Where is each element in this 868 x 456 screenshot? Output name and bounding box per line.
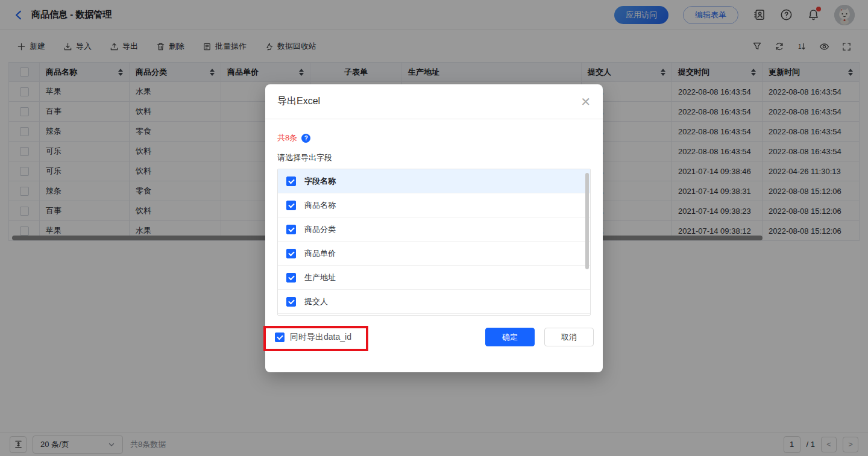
close-icon[interactable]: ✕: [580, 96, 591, 108]
field-list-item[interactable]: 商品分类: [278, 217, 590, 242]
field-checkbox[interactable]: [286, 273, 296, 283]
field-label: 商品单价: [304, 248, 336, 259]
modal-body: 共8条 ? 请选择导出字段 字段名称商品名称商品分类商品单价生产地址提交人: [265, 133, 603, 316]
field-checkbox[interactable]: [286, 297, 296, 307]
data-id-checkbox[interactable]: [275, 333, 285, 342]
modal-title: 导出Excel: [277, 95, 320, 108]
export-count-row: 共8条 ?: [277, 133, 591, 143]
field-list-item[interactable]: 生产地址: [278, 266, 590, 290]
data-id-label: 同时导出data_id: [290, 332, 351, 343]
field-checkbox[interactable]: [286, 249, 296, 258]
field-list-item[interactable]: 商品单价: [278, 242, 590, 266]
field-label: 商品名称: [304, 200, 336, 211]
modal-action-row: 同时导出data_id 确定 取消: [265, 328, 603, 346]
field-checkbox[interactable]: [286, 176, 296, 186]
confirm-button[interactable]: 确定: [485, 328, 535, 346]
modal-header: 导出Excel ✕: [265, 84, 603, 119]
field-label: 字段名称: [304, 176, 336, 187]
field-list-item[interactable]: 提交人: [278, 290, 590, 314]
help-icon[interactable]: ?: [301, 134, 310, 143]
field-list-select-all-row[interactable]: 字段名称: [278, 169, 590, 193]
vertical-scrollbar[interactable]: [585, 173, 589, 269]
field-label: 商品分类: [304, 224, 336, 235]
cancel-button[interactable]: 取消: [544, 328, 594, 346]
select-fields-label: 请选择导出字段: [277, 152, 591, 163]
modal-buttons: 确定 取消: [485, 328, 594, 346]
field-list-item[interactable]: 商品名称: [278, 193, 590, 217]
field-label: 生产地址: [304, 272, 336, 283]
export-field-list: 字段名称商品名称商品分类商品单价生产地址提交人: [277, 169, 591, 316]
field-checkbox[interactable]: [286, 225, 296, 234]
export-count-text: 共8条: [277, 133, 297, 143]
export-data-id-option[interactable]: 同时导出data_id: [275, 332, 351, 343]
field-checkbox[interactable]: [286, 201, 296, 210]
export-excel-modal: 导出Excel ✕ 共8条 ? 请选择导出字段 字段名称商品名称商品分类商品单价…: [265, 84, 603, 372]
field-label: 提交人: [304, 296, 328, 307]
